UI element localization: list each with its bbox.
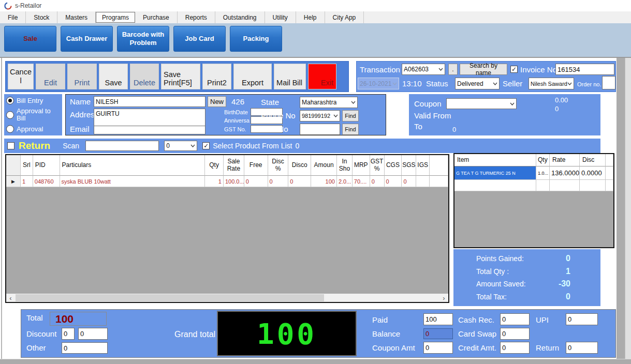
discount-pct-input[interactable] [62, 328, 75, 340]
search-by-name-button[interactable]: Search by name [460, 64, 507, 75]
product-grid-hscrollbar[interactable]: ‹ › [6, 293, 448, 302]
dot-button[interactable]: . [448, 64, 458, 75]
transaction-number-combo[interactable]: A062603 [402, 64, 445, 75]
state-combo[interactable]: Maharashtra [300, 97, 358, 108]
row-selector-cell[interactable]: ▶ [6, 176, 21, 187]
horizontal-scrollbar[interactable] [0, 359, 631, 364]
return-checkbox[interactable] [7, 142, 14, 149]
save-button[interactable]: Save [99, 64, 128, 89]
col-gst-pct[interactable]: GST % [370, 155, 385, 176]
vertical-scrollbar[interactable] [625, 58, 631, 359]
col-igst[interactable]: IGS [416, 155, 430, 176]
coupon-amt-input[interactable] [423, 342, 453, 354]
col-in-shop[interactable]: In Sho [337, 155, 353, 176]
menu-help[interactable]: Help [296, 11, 325, 23]
col-amount[interactable]: Amoun [311, 155, 337, 176]
hscroll-thumb[interactable] [16, 294, 324, 301]
job-card-button[interactable]: Job Card [173, 26, 226, 52]
print-button[interactable]: Print [67, 64, 97, 89]
cell-particulars[interactable]: syska BLUB 10watt [60, 176, 206, 187]
col-cgst[interactable]: CGS [385, 155, 402, 176]
packing-button[interactable]: Packing [230, 26, 282, 52]
upi-input[interactable] [566, 313, 598, 325]
cell-item-qty[interactable]: 1.0... [536, 166, 550, 180]
card-swap-input[interactable] [500, 328, 530, 340]
customer-email-input[interactable] [94, 126, 206, 134]
menu-file[interactable]: File [0, 11, 26, 23]
invoice-no-input[interactable] [555, 64, 614, 75]
scan-input[interactable] [85, 141, 159, 151]
col-disc-pct[interactable]: Disc % [268, 155, 289, 176]
menu-masters[interactable]: Masters [57, 11, 96, 23]
memno-input[interactable] [300, 124, 340, 135]
col-pid[interactable]: PID [33, 155, 60, 176]
credit-amt-input[interactable] [500, 342, 530, 354]
scan-qty-combo[interactable]: 0 [164, 141, 197, 151]
seller-combo[interactable]: Nilesh Saward [529, 78, 574, 89]
coupon-combo[interactable] [446, 98, 517, 109]
col-item-rate[interactable]: Rate [550, 154, 580, 166]
menu-purchase[interactable]: Purchase [135, 11, 178, 23]
cell-free[interactable]: 0 [244, 176, 268, 187]
find-memno-button[interactable]: Find [342, 124, 359, 135]
cell-item-disc[interactable]: 0.0000 [580, 166, 606, 180]
menu-reports[interactable]: Reports [178, 11, 215, 23]
cell-disc-pct[interactable]: 0 [268, 176, 289, 187]
customer-address-input[interactable]: GUIRTU [94, 109, 206, 127]
barcode-with-problem-button[interactable]: Barcode with Problem [117, 26, 169, 52]
menu-stock[interactable]: Stock [26, 11, 57, 23]
cash-rec-input[interactable] [500, 313, 530, 325]
scroll-left-arrow-icon[interactable]: ‹ [6, 294, 15, 302]
new-customer-button[interactable]: New [208, 96, 226, 107]
find-phone-button[interactable]: Find [342, 110, 359, 122]
cell-qty[interactable]: 1 [205, 176, 224, 187]
order-no-input[interactable] [602, 76, 615, 89]
cell-item-rate[interactable]: 136.0000 [550, 166, 580, 180]
col-qty[interactable]: Qty [205, 155, 224, 176]
cash-drawer-button[interactable]: Cash Drawer [61, 26, 113, 52]
col-item-disc[interactable]: Disc [580, 154, 606, 166]
menu-utility[interactable]: Utility [265, 11, 296, 23]
col-item-qty[interactable]: Qty [536, 154, 550, 166]
return-amt-input[interactable] [566, 342, 598, 354]
cell-igst[interactable] [416, 176, 430, 187]
export-button[interactable]: Export [233, 64, 272, 89]
col-disco[interactable]: Disco [288, 155, 311, 176]
col-item[interactable]: Item [454, 154, 536, 166]
cell-pid[interactable]: 048760 [33, 176, 60, 187]
cell-srl[interactable]: 1 [21, 176, 33, 187]
select-product-checkbox[interactable]: ✓ [202, 142, 210, 149]
cell-sgst[interactable]: 0 [402, 176, 416, 187]
edit-button[interactable]: Edit [36, 64, 65, 89]
paid-input[interactable] [423, 313, 453, 325]
cell-mrp[interactable]: 70.... [353, 176, 370, 187]
radio-approval[interactable]: Approval [6, 125, 60, 133]
discount-amt-input[interactable] [78, 328, 108, 340]
save-print-button[interactable]: Save Print[F5] [161, 64, 200, 89]
product-grid-row[interactable]: ▶ 1 048760 syska BLUB 10watt 1 100.0... … [6, 176, 448, 187]
print2-button[interactable]: Print2 [202, 64, 231, 89]
col-sgst[interactable]: SGS [402, 155, 416, 176]
col-particulars[interactable]: Particulars [60, 155, 206, 176]
exit-button[interactable]: Exit [308, 64, 336, 89]
col-free[interactable]: Free [244, 155, 268, 176]
customer-name-input[interactable] [94, 96, 206, 107]
menu-programs[interactable]: Programs [96, 12, 135, 23]
cell-gst-pct[interactable]: 0 [370, 176, 385, 187]
radio-approval-to-bill[interactable]: Approval to Bill [6, 108, 60, 123]
cell-amount[interactable]: 100 [311, 176, 337, 187]
cell-sale-rate[interactable]: 100.0... [224, 176, 244, 187]
date-combo[interactable]: 26-10-2021 [358, 78, 399, 89]
item-grid-row[interactable]: G TEA T G TURMERIC 25 N 1.0... 136.0000 … [454, 166, 613, 180]
cancel-button[interactable]: Cancel [8, 64, 34, 89]
other-input[interactable] [62, 342, 108, 354]
status-combo[interactable]: Delivered [455, 78, 500, 89]
cell-cgst[interactable]: 0 [385, 176, 402, 187]
mail-bill-button[interactable]: Mail Bill [274, 64, 306, 89]
cell-disco[interactable]: 0 [288, 176, 311, 187]
menu-city-app[interactable]: City App [325, 11, 364, 23]
col-sale-rate[interactable]: Sale Rate [224, 155, 244, 176]
col-srl[interactable]: Srl [21, 155, 33, 176]
col-mrp[interactable]: MRP [353, 155, 370, 176]
radio-bill-entry[interactable]: Bill Entry [6, 97, 60, 104]
